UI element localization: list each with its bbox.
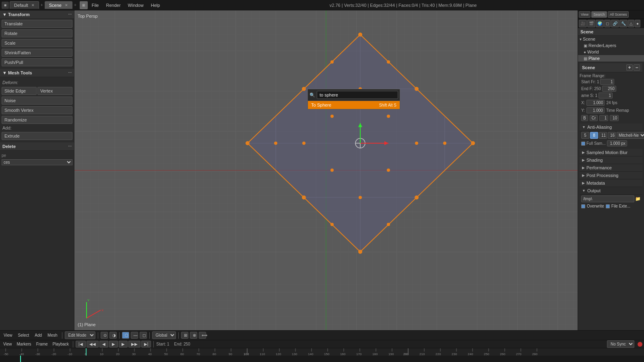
pe-select[interactable]: ces xyxy=(2,159,72,165)
tab-close-icon[interactable]: ✕ xyxy=(31,3,35,7)
n10-input[interactable] xyxy=(610,115,619,121)
face-select-btn[interactable]: ◻ xyxy=(140,332,147,339)
outliner-scene[interactable]: ▾ Scene xyxy=(578,36,644,42)
performance-section[interactable]: ▶ Performance xyxy=(580,164,642,172)
timeline-markers[interactable]: Markers xyxy=(15,341,33,347)
scene-tab-add-icon[interactable]: + xyxy=(73,3,77,7)
b-btn[interactable]: B xyxy=(581,115,588,121)
toolbar-view[interactable]: View xyxy=(2,332,14,338)
edge-select-btn[interactable]: — xyxy=(131,332,138,339)
cr-btn[interactable]: Cr xyxy=(590,115,598,121)
search-result-to-sphere[interactable]: To Sphere Shift Alt S xyxy=(308,101,400,109)
icon-scene-props[interactable]: 🎬 xyxy=(587,20,595,27)
icon-material[interactable]: ● xyxy=(635,20,640,27)
outliner-renderlayers[interactable]: ▣ RenderLayers xyxy=(578,42,644,49)
btn-slide-edge[interactable]: Slide Edge xyxy=(2,87,37,95)
menu-render[interactable]: Render xyxy=(103,2,124,9)
icon-modifiers[interactable]: 🔧 xyxy=(619,20,627,27)
aa-btn-11[interactable]: 11 xyxy=(599,132,607,139)
tab-search[interactable]: Search xyxy=(591,11,607,18)
timeline-playback[interactable]: Playback xyxy=(51,341,71,347)
icon-object[interactable]: ◻ xyxy=(604,20,611,27)
viewport[interactable]: Top Persp xyxy=(74,10,578,330)
file-ext-checkbox[interactable] xyxy=(606,204,610,208)
search-input[interactable] xyxy=(317,91,398,99)
toolbar-select[interactable]: Select xyxy=(16,332,31,338)
menu-help[interactable]: Help xyxy=(148,2,163,9)
timeline-body[interactable] xyxy=(0,356,644,362)
proportional-btn[interactable]: ⊗ xyxy=(190,332,197,339)
output-section[interactable]: ▼ Output xyxy=(580,187,642,195)
icon-world[interactable]: 🌍 xyxy=(596,20,604,27)
play-prev-btn[interactable]: ◀◀ xyxy=(87,341,99,348)
toolbar-add[interactable]: Add xyxy=(33,332,44,338)
toolbar-mesh[interactable]: Mesh xyxy=(45,332,59,338)
start-fr-input[interactable] xyxy=(600,79,614,85)
btn-translate[interactable]: Translate xyxy=(2,20,72,28)
minus-btn[interactable]: − xyxy=(634,64,640,71)
shading-section[interactable]: ▶ Shading xyxy=(580,156,642,164)
icon-constraints[interactable]: 🔗 xyxy=(611,20,619,27)
play-next-btn[interactable]: ▶▶ xyxy=(128,341,140,348)
timeline-view[interactable]: View xyxy=(2,341,14,347)
mode-select[interactable]: Edit Mode xyxy=(65,331,95,339)
anti-aliasing-collapse[interactable]: ▼ Anti-Aliasing xyxy=(580,123,642,131)
snapping-btn[interactable]: ⊞ xyxy=(181,332,188,339)
y-input[interactable] xyxy=(586,107,605,113)
sampled-motion-blur-section[interactable]: ▶ Sampled Motion Blur xyxy=(580,149,642,156)
btn-shrink-fatten[interactable]: Shrink/Fatten xyxy=(2,49,72,57)
btn-rotate[interactable]: Rotate xyxy=(2,29,72,37)
tab-view[interactable]: View xyxy=(579,11,590,18)
timeline-cursor[interactable] xyxy=(20,356,21,362)
global-select[interactable]: Global xyxy=(152,331,176,339)
aa-btn-5[interactable]: 5 xyxy=(581,132,589,139)
pivot-btn[interactable]: ⊙ xyxy=(101,332,108,339)
layout-icon[interactable]: ⊞ xyxy=(80,1,88,9)
btn-randomize[interactable]: Randomize xyxy=(2,116,72,124)
tab-all-scenes[interactable]: All Scenes xyxy=(608,11,629,18)
transform-header[interactable]: ▼ Transform ⋯ xyxy=(0,10,74,19)
sync-select[interactable]: No Sync xyxy=(607,340,634,348)
btn-noise[interactable]: Noise xyxy=(2,97,72,105)
delete-header[interactable]: Delete ⋯ xyxy=(0,142,74,151)
shading-btn-solid[interactable]: ◑ xyxy=(109,332,117,339)
full-sam-checkbox[interactable] xyxy=(581,142,585,146)
mitchell-select[interactable]: Mitchell-Ne xyxy=(617,132,644,139)
menu-file[interactable]: File xyxy=(89,2,102,9)
folder-icon[interactable]: 📁 xyxy=(635,196,641,202)
btn-vertex[interactable]: Vertex xyxy=(37,87,72,95)
output-path-input[interactable] xyxy=(581,195,634,202)
timeline-frame[interactable]: Frame xyxy=(35,341,50,347)
btn-smooth-vertex[interactable]: Smooth Vertex xyxy=(2,106,72,114)
plus-btn[interactable]: + xyxy=(626,64,633,71)
icon-data[interactable]: △ xyxy=(628,20,634,27)
mirror-btn[interactable]: ⟺ xyxy=(199,332,206,339)
full-sam-input[interactable] xyxy=(607,140,627,146)
n1-input[interactable] xyxy=(599,115,608,121)
btn-push-pull[interactable]: Push/Pull xyxy=(2,58,72,66)
outliner-plane[interactable]: ▦ Plane xyxy=(578,55,644,62)
play-start-btn[interactable]: |◀ xyxy=(76,341,86,348)
tab-scene-close-icon[interactable]: ✕ xyxy=(65,3,68,7)
tab-add-icon[interactable]: + xyxy=(40,3,44,7)
mesh-tools-header[interactable]: ▼ Mesh Tools ⋯ xyxy=(0,69,74,77)
icon-render[interactable]: 🎥 xyxy=(579,20,587,27)
tab-default[interactable]: Default ✕ xyxy=(10,1,39,9)
play-end-btn[interactable]: ▶| xyxy=(141,341,151,348)
outliner-world[interactable]: ● World xyxy=(578,49,644,55)
frame-s-input[interactable] xyxy=(599,93,613,99)
tab-scene[interactable]: Scene ✕ xyxy=(45,1,72,9)
overwrite-checkbox[interactable] xyxy=(581,204,585,208)
vertex-select-btn[interactable]: ⬡ xyxy=(122,332,129,339)
post-processing-section[interactable]: ▶ Post Processing xyxy=(580,172,642,179)
btn-extrude[interactable]: Extrude xyxy=(2,132,72,140)
menu-window[interactable]: Window xyxy=(125,2,147,9)
aa-btn-8[interactable]: 8 xyxy=(590,132,598,139)
end-fr-input[interactable] xyxy=(602,86,616,92)
x-input[interactable] xyxy=(586,100,605,106)
play-next-frame-btn[interactable]: ▶ xyxy=(119,341,128,348)
play-btn[interactable]: ▶ xyxy=(109,341,118,348)
aa-btn-16[interactable]: 16 xyxy=(608,132,616,139)
btn-scale[interactable]: Scale xyxy=(2,39,72,47)
metadata-section[interactable]: ▶ Metadata xyxy=(580,179,642,187)
